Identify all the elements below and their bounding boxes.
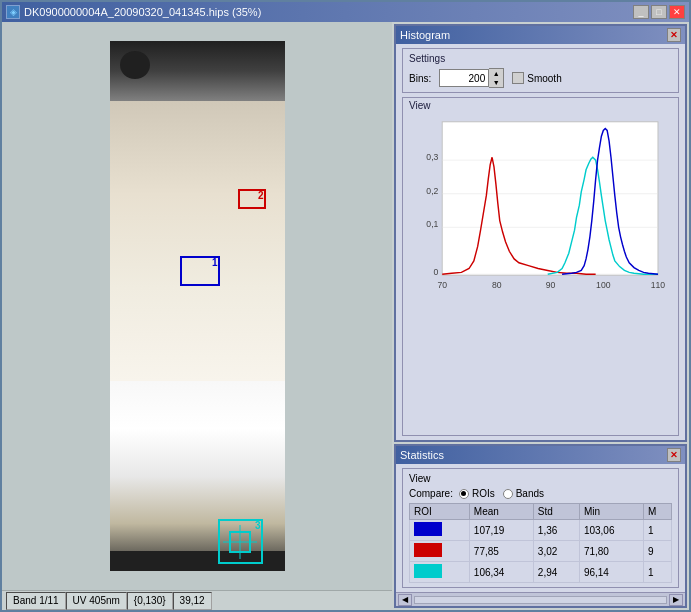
table-header-row: ROI Mean Std Min M xyxy=(410,504,672,520)
minimize-button[interactable]: _ xyxy=(633,5,649,19)
extra-cell-1: 1 xyxy=(643,520,671,541)
mean-cell-1: 107,19 xyxy=(469,520,533,541)
statistics-table: ROI Mean Std Min M 107,19 xyxy=(409,503,672,583)
bins-down-button[interactable]: ▼ xyxy=(489,78,503,87)
statistics-close-button[interactable]: ✕ xyxy=(667,448,681,462)
radio-rois-label: ROIs xyxy=(472,488,495,499)
bins-up-button[interactable]: ▲ xyxy=(489,69,503,78)
roi-box-2[interactable]: 2 xyxy=(238,189,266,209)
std-cell-1: 1,36 xyxy=(533,520,579,541)
statistics-body: View Compare: ROIs Bands xyxy=(396,464,685,592)
close-button[interactable]: ✕ xyxy=(669,5,685,19)
histogram-svg: 0 0,1 0,2 0,3 70 80 90 100 110 xyxy=(403,113,678,308)
status-wavelength: UV 405nm xyxy=(66,592,127,610)
settings-row: Bins: ▲ ▼ Smooth xyxy=(409,68,672,88)
svg-text:0: 0 xyxy=(434,267,439,277)
extra-cell-3: 1 xyxy=(643,562,671,583)
compare-row: Compare: ROIs Bands xyxy=(409,488,672,499)
bins-label: Bins: xyxy=(409,73,431,84)
main-content: 2 1 3 xyxy=(2,22,689,610)
svg-text:0,3: 0,3 xyxy=(426,152,438,162)
mean-cell-2: 77,85 xyxy=(469,541,533,562)
roi-color-swatch-2 xyxy=(414,543,442,557)
smooth-checkbox-label[interactable]: Smooth xyxy=(512,72,561,84)
roi-color-swatch-1 xyxy=(414,522,442,536)
col-min: Min xyxy=(579,504,643,520)
histogram-close-button[interactable]: ✕ xyxy=(667,28,681,42)
smooth-label: Smooth xyxy=(527,73,561,84)
roi-box-3[interactable]: 3 xyxy=(218,519,263,564)
svg-text:90: 90 xyxy=(546,280,556,290)
histogram-body: Settings Bins: ▲ ▼ xyxy=(396,44,685,440)
image-wrapper: 2 1 3 xyxy=(110,41,285,571)
svg-text:80: 80 xyxy=(492,280,502,290)
roi-color-cell xyxy=(410,562,470,583)
bins-input[interactable] xyxy=(439,69,489,87)
medical-image xyxy=(110,41,285,571)
status-range: {0,130} xyxy=(127,592,173,610)
std-cell-2: 3,02 xyxy=(533,541,579,562)
compare-label: Compare: xyxy=(409,488,453,499)
roi-3-crosshair-v xyxy=(240,525,241,559)
roi-color-swatch-3 xyxy=(414,564,442,578)
svg-rect-0 xyxy=(442,122,658,275)
bins-spinner: ▲ ▼ xyxy=(489,68,504,88)
histogram-title: Histogram xyxy=(400,29,450,41)
image-panel: 2 1 3 xyxy=(2,22,392,610)
svg-text:70: 70 xyxy=(437,280,447,290)
table-row: 77,85 3,02 71,80 9 xyxy=(410,541,672,562)
settings-label: Settings xyxy=(409,53,672,64)
status-value: 39,12 xyxy=(173,592,212,610)
status-bar: Band 1/11 UV 405nm {0,130} 39,12 xyxy=(2,590,392,610)
roi-box-1[interactable]: 1 xyxy=(180,256,220,286)
app-icon: ◈ xyxy=(6,5,20,19)
stats-scrollbar: ◀ ▶ xyxy=(396,592,685,606)
radio-bands-btn[interactable] xyxy=(503,489,513,499)
table-body: 107,19 1,36 103,06 1 77,85 3,02 71,80 xyxy=(410,520,672,583)
stats-view-label: View xyxy=(409,473,672,484)
min-cell-2: 71,80 xyxy=(579,541,643,562)
scroll-left-button[interactable]: ◀ xyxy=(398,594,412,606)
histogram-view-label: View xyxy=(403,98,678,113)
svg-text:100: 100 xyxy=(596,280,611,290)
table-row: 107,19 1,36 103,06 1 xyxy=(410,520,672,541)
svg-text:0,1: 0,1 xyxy=(426,219,438,229)
min-cell-3: 96,14 xyxy=(579,562,643,583)
histogram-panel: Histogram ✕ Settings Bins: ▲ ▼ xyxy=(394,24,687,442)
bins-input-wrap: ▲ ▼ xyxy=(439,68,504,88)
smooth-checkbox[interactable] xyxy=(512,72,524,84)
extra-cell-2: 9 xyxy=(643,541,671,562)
roi-label-1: 1 xyxy=(212,258,218,268)
col-mean: Mean xyxy=(469,504,533,520)
svg-text:0,2: 0,2 xyxy=(426,186,438,196)
image-container: 2 1 3 xyxy=(2,22,392,590)
scroll-track[interactable] xyxy=(414,596,667,604)
radio-rois[interactable]: ROIs xyxy=(459,488,495,499)
std-cell-3: 2,94 xyxy=(533,562,579,583)
img-circle xyxy=(120,51,150,79)
scroll-right-button[interactable]: ▶ xyxy=(669,594,683,606)
maximize-button[interactable]: □ xyxy=(651,5,667,19)
window-controls: _ □ ✕ xyxy=(633,5,685,19)
radio-bands-label: Bands xyxy=(516,488,544,499)
statistics-title: Statistics xyxy=(400,449,444,461)
col-roi: ROI xyxy=(410,504,470,520)
img-middle xyxy=(110,101,285,381)
status-band: Band 1/11 xyxy=(6,592,66,610)
radio-group: ROIs Bands xyxy=(459,488,544,499)
statistics-panel: Statistics ✕ View Compare: ROIs xyxy=(394,444,687,608)
right-panels: Histogram ✕ Settings Bins: ▲ ▼ xyxy=(392,22,689,610)
mean-cell-3: 106,34 xyxy=(469,562,533,583)
main-window: ◈ DK0900000004A_20090320_041345.hips (35… xyxy=(0,0,691,612)
svg-text:110: 110 xyxy=(651,280,666,290)
histogram-title-bar: Histogram ✕ xyxy=(396,26,685,44)
radio-bands[interactable]: Bands xyxy=(503,488,544,499)
roi-color-cell xyxy=(410,520,470,541)
roi-3-inner xyxy=(229,531,251,553)
title-bar: ◈ DK0900000004A_20090320_041345.hips (35… xyxy=(2,2,689,22)
table-row: 106,34 2,94 96,14 1 xyxy=(410,562,672,583)
window-title: DK0900000004A_20090320_041345.hips (35%) xyxy=(24,6,261,18)
radio-rois-btn[interactable] xyxy=(459,489,469,499)
min-cell-1: 103,06 xyxy=(579,520,643,541)
statistics-title-bar: Statistics ✕ xyxy=(396,446,685,464)
